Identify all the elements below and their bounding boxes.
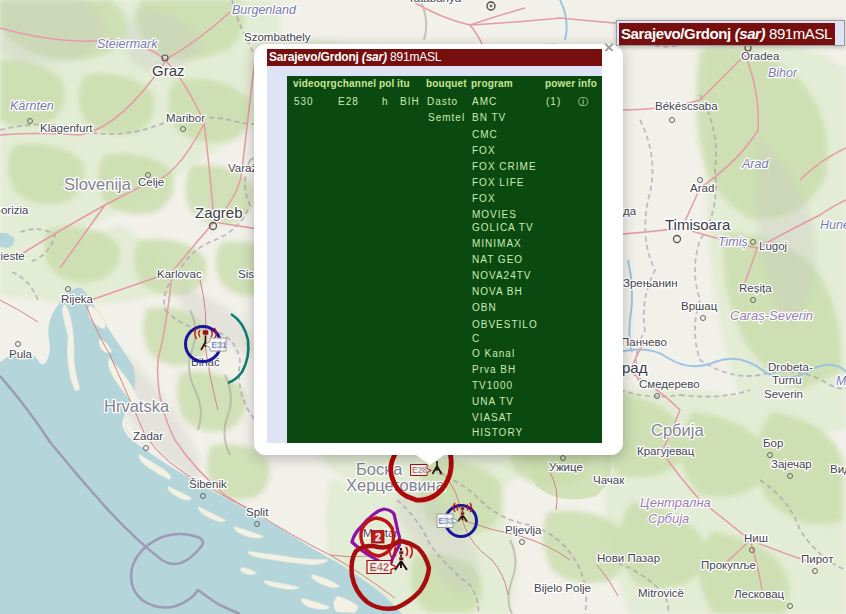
svg-text:Ниш: Ниш — [744, 532, 768, 544]
svg-text:Крагујевац: Крагујевац — [637, 445, 695, 457]
svg-text:Лесковац: Лесковац — [734, 588, 785, 600]
svg-text:Zagreb: Zagreb — [195, 204, 243, 221]
svg-text:Rijeka: Rijeka — [61, 293, 94, 305]
svg-text:Split: Split — [246, 506, 269, 518]
svg-text:Karlovac: Karlovac — [157, 268, 202, 280]
svg-text:Централна: Централна — [640, 495, 711, 510]
svg-text:Pula: Pula — [9, 348, 33, 360]
svg-text:Hune: Hune — [820, 218, 846, 232]
svg-text:Drobeta-: Drobeta- — [768, 361, 813, 373]
svg-text:Hrvatska: Hrvatska — [104, 397, 170, 415]
svg-text:2: 2 — [375, 532, 381, 543]
svg-text:Видин: Видин — [830, 463, 846, 475]
svg-text:Caraș-Severin: Caraș-Severin — [730, 308, 813, 323]
svg-text:Србија: Србија — [648, 511, 689, 526]
svg-text:Kärnten: Kärnten — [10, 99, 54, 113]
svg-text:Trieste: Trieste — [0, 250, 25, 262]
svg-text:Graz: Graz — [152, 62, 185, 79]
svg-text:Пирот: Пирот — [801, 553, 834, 565]
svg-text:Oradea: Oradea — [741, 50, 780, 62]
svg-text:Mitrovicë: Mitrovicë — [638, 587, 684, 599]
svg-text:Бор: Бор — [763, 437, 783, 449]
svg-text:E31: E31 — [212, 340, 227, 350]
svg-text:Прокупље: Прокупље — [701, 559, 756, 571]
svg-text:E28: E28 — [412, 465, 427, 475]
svg-text:Timiș: Timiș — [718, 235, 748, 249]
svg-text:Slovenija: Slovenija — [64, 175, 132, 193]
svg-text:Pljevlja: Pljevlja — [505, 524, 542, 536]
svg-text:E33: E33 — [439, 516, 454, 526]
svg-text:Maribor: Maribor — [166, 112, 205, 124]
svg-text:Turnu: Turnu — [772, 374, 802, 386]
svg-text:E42: E42 — [370, 561, 390, 573]
svg-text:Србија: Србија — [651, 421, 704, 439]
svg-text:Arad: Arad — [690, 182, 714, 194]
svg-text:Зрењанин: Зрењанин — [623, 277, 678, 289]
svg-text:Tatabánya: Tatabánya — [408, 0, 462, 4]
svg-text:Lugoj: Lugoj — [759, 240, 787, 252]
svg-text:Нови Пазар: Нови Пазар — [597, 552, 660, 564]
svg-text:Severin: Severin — [764, 388, 803, 400]
svg-text:Ужице: Ужице — [549, 461, 583, 473]
svg-text:Steiermark: Steiermark — [97, 37, 158, 51]
svg-text:Чачак: Чачак — [593, 474, 625, 486]
svg-text:Reșița: Reșița — [739, 282, 772, 294]
svg-text:Ме: Ме — [836, 374, 846, 388]
svg-text:Панчево: Панчево — [621, 336, 667, 348]
svg-text:Klagenfurt: Klagenfurt — [40, 122, 93, 134]
svg-text:Celje: Celje — [138, 176, 164, 188]
svg-text:Zadar: Zadar — [133, 430, 163, 442]
svg-text:Gorizia: Gorizia — [0, 204, 29, 216]
svg-text:Смедерево: Смедерево — [639, 378, 700, 390]
svg-text:Békéscsaba: Békéscsaba — [655, 100, 718, 112]
svg-text:Burgenland: Burgenland — [232, 3, 297, 17]
svg-text:Зајечар: Зајечар — [771, 458, 812, 470]
svg-text:Bijelo Polje: Bijelo Polje — [534, 582, 591, 594]
svg-text:Timisoara: Timisoara — [665, 216, 731, 233]
svg-text:Вршац: Вршац — [681, 300, 718, 312]
svg-text:Bihor: Bihor — [768, 66, 798, 80]
svg-text:Szombathely: Szombathely — [244, 31, 311, 43]
svg-text:Šibenik: Šibenik — [189, 478, 227, 490]
svg-text:Arad: Arad — [741, 157, 769, 171]
